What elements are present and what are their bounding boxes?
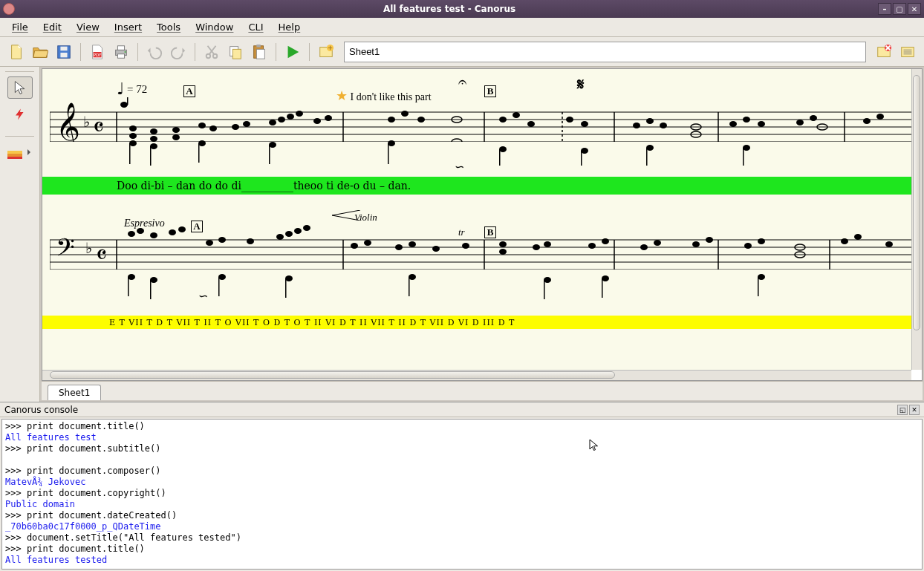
- bolt-icon: [13, 106, 27, 123]
- console-detach-button[interactable]: ◱: [897, 405, 908, 415]
- console-input-line: >>> print document.composer(): [5, 466, 919, 477]
- score-view[interactable]: 𝄞 8 ♭ 𝄴: [42, 68, 923, 381]
- svg-point-140: [854, 234, 862, 240]
- open-file-button[interactable]: [30, 42, 51, 62]
- redo-icon: [170, 44, 186, 60]
- svg-point-131: [640, 244, 648, 250]
- menu-window[interactable]: Window: [188, 19, 241, 35]
- new-sheet-button[interactable]: [316, 42, 336, 62]
- menu-tools[interactable]: Tools: [149, 19, 188, 35]
- console-close-button[interactable]: ✕: [909, 405, 920, 415]
- horizontal-scrollbar[interactable]: [42, 370, 911, 380]
- svg-rect-86: [198, 143, 200, 163]
- insert-tool-button[interactable]: [7, 103, 33, 125]
- save-file-button[interactable]: [53, 42, 74, 62]
- menu-view[interactable]: View: [69, 19, 107, 35]
- svg-rect-12: [232, 49, 241, 59]
- delete-sheet-button[interactable]: [873, 42, 894, 62]
- print-button[interactable]: [111, 42, 131, 62]
- undo-button[interactable]: [144, 42, 165, 62]
- svg-point-109: [150, 232, 157, 238]
- svg-point-113: [218, 237, 226, 243]
- console-output-line: Public domain: [5, 499, 919, 510]
- cut-button[interactable]: [201, 42, 222, 62]
- svg-rect-1: [60, 46, 67, 50]
- svg-rect-153: [218, 277, 220, 296]
- svg-rect-21: [7, 151, 22, 154]
- console-output[interactable]: >>> print document.title()All features t…: [1, 419, 923, 570]
- segno-icon: 𝄋: [577, 75, 584, 94]
- window-title: All features test - Canorus: [21, 4, 878, 14]
- svg-rect-149: [128, 277, 129, 296]
- play-button[interactable]: [282, 42, 303, 62]
- mouse-cursor-icon: [589, 439, 599, 456]
- svg-point-119: [351, 243, 358, 249]
- voice-color-button[interactable]: [4, 141, 36, 163]
- sheet-properties-button[interactable]: [897, 42, 918, 62]
- svg-rect-163: [758, 277, 759, 296]
- svg-rect-23: [7, 157, 22, 159]
- console-input-line: >>> print document.copyright(): [5, 488, 919, 499]
- svg-point-135: [744, 243, 752, 249]
- minimize-button[interactable]: –: [878, 3, 891, 15]
- sheet-name-input[interactable]: [344, 42, 866, 62]
- svg-point-48: [296, 111, 303, 117]
- svg-point-130: [602, 238, 609, 244]
- trill-icon: tr: [458, 226, 465, 238]
- svg-rect-155: [285, 278, 287, 298]
- svg-point-114: [247, 238, 254, 244]
- cursor-icon: [13, 80, 27, 95]
- svg-rect-88: [269, 145, 270, 164]
- vertical-scrollbar[interactable]: [911, 69, 922, 370]
- bass-voice2: [50, 255, 911, 299]
- menu-edit[interactable]: Edit: [36, 19, 69, 35]
- svg-point-123: [432, 246, 440, 252]
- svg-point-127: [533, 244, 540, 250]
- svg-rect-2: [60, 52, 67, 56]
- copy-icon: [227, 44, 244, 60]
- crescendo-icon: [332, 210, 362, 221]
- main-area: 𝄞 8 ♭ 𝄴: [0, 67, 924, 571]
- svg-rect-159: [544, 280, 545, 299]
- maximize-button[interactable]: ▢: [893, 3, 906, 15]
- export-pdf-button[interactable]: PDF: [87, 42, 108, 62]
- svg-point-52: [401, 111, 409, 117]
- main-toolbar: PDF: [0, 37, 924, 67]
- menu-insert[interactable]: Insert: [107, 19, 149, 35]
- menu-bar: File Edit View Insert Tools Window CLI H…: [0, 18, 924, 37]
- svg-point-111: [178, 226, 186, 232]
- console-input-line: [5, 454, 919, 466]
- redo-button[interactable]: [168, 42, 189, 62]
- lyrics-band-yellow: E T VII T D T VII T II T O VII T O D T O…: [42, 316, 911, 329]
- play-icon: [284, 44, 301, 60]
- tempo-marking: ♩= 72: [117, 79, 147, 99]
- svg-point-133: [692, 241, 700, 247]
- svg-point-115: [276, 234, 284, 240]
- annotation-text: ★ I don't like this part: [336, 88, 432, 104]
- save-icon: [56, 44, 72, 60]
- rehearsal-mark-a2: A: [191, 221, 203, 232]
- svg-rect-98: [743, 148, 744, 166]
- svg-point-47: [287, 114, 294, 120]
- pdf-icon: PDF: [89, 44, 105, 60]
- tab-sheet1[interactable]: Sheet1: [48, 385, 101, 400]
- svg-rect-161: [602, 278, 603, 298]
- console-panel: Canorus console ◱ ✕ >>> print document.t…: [0, 402, 924, 571]
- close-button[interactable]: ✕: [908, 3, 921, 15]
- svg-point-70: [810, 115, 817, 121]
- select-tool-button[interactable]: [7, 76, 33, 99]
- svg-point-126: [499, 249, 507, 255]
- rehearsal-mark-a: A: [183, 85, 195, 97]
- svg-point-128: [544, 241, 551, 247]
- console-output-line: All features test: [5, 432, 919, 443]
- menu-help[interactable]: Help: [271, 19, 308, 35]
- menu-cli[interactable]: CLI: [241, 19, 270, 35]
- paste-button[interactable]: [249, 42, 270, 62]
- voice-color-icon: [7, 145, 33, 160]
- svg-point-122: [409, 241, 416, 247]
- console-input-line: >>> print document.subtitle(): [5, 443, 919, 454]
- copy-button[interactable]: [225, 42, 246, 62]
- new-file-button[interactable]: [6, 42, 27, 62]
- menu-file[interactable]: File: [4, 19, 36, 35]
- sheet-tabs: Sheet1: [42, 381, 923, 400]
